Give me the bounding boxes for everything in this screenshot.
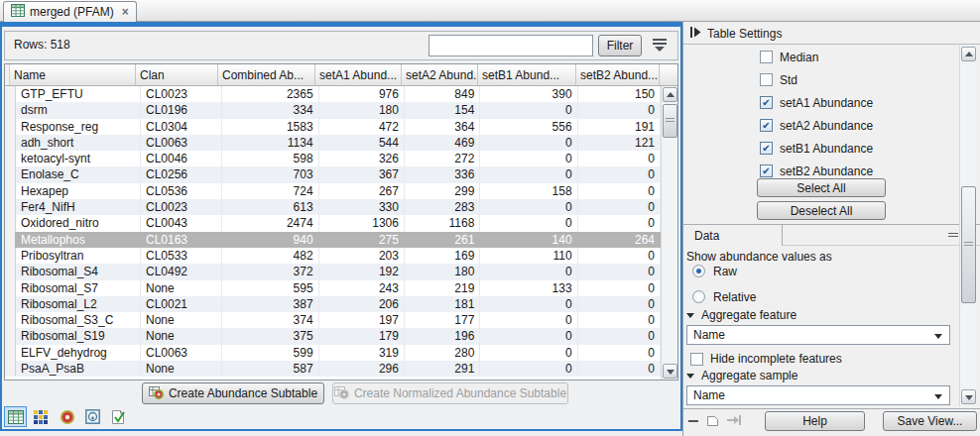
checkbox-label: Std: [780, 73, 797, 87]
table-view-icon[interactable]: [4, 406, 27, 427]
side-panel-title: Table Settings: [707, 27, 782, 41]
table-cell: 1306: [319, 215, 405, 231]
table-cell: Fer4_NifH: [16, 199, 141, 215]
save-view-button[interactable]: Save View...: [883, 411, 977, 431]
table-cell: 0: [480, 361, 577, 377]
radio-relative[interactable]: Relative: [692, 289, 756, 304]
collapse-all-icon[interactable]: [688, 420, 698, 422]
side-panel-scrollbar[interactable]: [959, 46, 976, 406]
create-abundance-subtable-button[interactable]: Create Abundance Subtable: [142, 382, 324, 404]
new-view-settings-icon[interactable]: [706, 413, 719, 429]
table-cell: 372: [222, 264, 318, 279]
scrollbar-thumb[interactable]: [663, 104, 677, 138]
row-gutter: [5, 312, 16, 328]
sunburst-view-icon[interactable]: [56, 406, 78, 427]
table-row[interactable]: Fer4_NifHCL002361333028300: [5, 199, 661, 215]
filter-menu-icon[interactable]: [652, 39, 668, 53]
checkbox-icon[interactable]: ✔: [760, 96, 773, 109]
aggregate-feature-dropdown[interactable]: Name: [686, 325, 950, 345]
scroll-up-icon[interactable]: [961, 47, 976, 61]
row-gutter: [5, 296, 16, 312]
column-toggle-std[interactable]: Std: [760, 68, 873, 91]
dropdown-value: Name: [693, 328, 725, 342]
scroll-up-icon[interactable]: [663, 87, 677, 102]
checkbox-icon[interactable]: ✔: [760, 164, 773, 177]
aggregate-feature-header[interactable]: Aggregate feature: [686, 308, 796, 322]
table-cell: CL0256: [141, 166, 222, 182]
column-header-setb1[interactable]: setB1 Abund...: [478, 64, 576, 85]
dropdown-value: Name: [693, 388, 725, 402]
tab-merged-pfam[interactable]: merged (PFAM) ×: [3, 1, 137, 22]
table-row[interactable]: Response_regCL03041583472364556191: [5, 119, 661, 135]
table-row[interactable]: HexapepCL05367242672991580: [5, 183, 661, 199]
column-header-combined[interactable]: Combined Ab...: [218, 64, 315, 85]
table-row[interactable]: PsaA_PsaBNone58729629100: [5, 361, 661, 377]
table-scrollbar[interactable]: [661, 86, 677, 380]
deselect-all-button[interactable]: Deselect All: [757, 201, 886, 220]
table-cell: 482: [222, 248, 318, 264]
table-row[interactable]: Enolase_CCL025670336733600: [5, 166, 661, 182]
table-cell: 334: [222, 102, 318, 118]
column-header-name[interactable]: Name: [10, 64, 136, 85]
table-cell: Hexapep: [16, 183, 141, 199]
column-header-setb2[interactable]: setB2 Abund...: [576, 64, 660, 85]
table-cell: CL0043: [141, 215, 222, 231]
table-cell: CL0163: [141, 232, 222, 248]
table-row[interactable]: Oxidored_nitroCL004324741306116800: [5, 215, 661, 231]
zoom-view-icon[interactable]: [81, 406, 104, 427]
table-row[interactable]: ELFV_dehydrogCL006359931928000: [5, 345, 661, 361]
table-row[interactable]: MetallophosCL0163940275261140264: [5, 232, 661, 248]
table-row[interactable]: Ribosomal_S4CL049237219218000: [5, 264, 661, 279]
radio-icon[interactable]: [692, 265, 705, 277]
table-cell: 296: [319, 361, 405, 377]
table-row[interactable]: Ribosomal_S7None5952432191330: [5, 280, 661, 296]
radio-icon[interactable]: [692, 290, 705, 303]
scroll-down-icon[interactable]: [663, 364, 677, 379]
checkbox-icon[interactable]: ✔: [760, 142, 773, 155]
column-header-clan[interactable]: Clan: [136, 64, 218, 85]
colored-table-view-icon[interactable]: [30, 406, 53, 427]
column-toggle-seta2-abundance[interactable]: ✔setA2 Abundance: [760, 114, 873, 137]
report-check-view-icon[interactable]: [107, 406, 130, 427]
table-cell: CL0023: [141, 86, 222, 102]
table-row[interactable]: Ribosomal_S19None37517919600: [5, 328, 661, 344]
column-toggle-median[interactable]: Median: [760, 46, 873, 68]
column-toggle-seta1-abundance[interactable]: ✔setA1 Abundance: [760, 91, 873, 114]
table-row[interactable]: Ribosomal_L2CL002138720618100: [5, 296, 661, 312]
table-row[interactable]: PribosyltranCL05334822031691100: [5, 248, 661, 264]
close-icon[interactable]: ×: [122, 5, 129, 19]
table-row[interactable]: dsrmCL019633418015400: [5, 102, 661, 118]
table-row[interactable]: adh_shortCL006311345444690121: [5, 135, 661, 151]
column-header-seta2[interactable]: setA2 Abund...: [402, 64, 478, 85]
table-cell: 0: [480, 328, 577, 344]
table-row[interactable]: Ribosomal_S3_CNone37419717700: [5, 312, 661, 328]
checkbox-icon[interactable]: ✔: [760, 119, 773, 132]
scrollbar-thumb[interactable]: [961, 186, 976, 303]
table-cell: 2474: [222, 215, 318, 231]
filter-input[interactable]: [429, 35, 593, 56]
select-all-button[interactable]: Select All: [757, 178, 886, 197]
filter-button[interactable]: Filter: [598, 35, 642, 56]
checkbox-label: setA1 Abundance: [780, 96, 873, 110]
scroll-down-icon[interactable]: [961, 389, 976, 404]
table-row[interactable]: ketoacyl-syntCL004659832627200: [5, 151, 661, 166]
aggregate-sample-header[interactable]: Aggregate sample: [686, 369, 797, 382]
collapse-section-icon[interactable]: [948, 233, 958, 239]
aggregate-sample-dropdown[interactable]: Name: [686, 385, 950, 405]
row-gutter: [5, 280, 16, 296]
table-cell: 261: [405, 232, 480, 248]
table-cell: Ribosomal_S7: [16, 280, 141, 296]
checkbox-icon[interactable]: [690, 353, 703, 366]
side-panel-header[interactable]: Table Settings: [690, 27, 782, 41]
column-header-seta1[interactable]: setA1 Abund...: [315, 64, 402, 85]
checkbox-icon[interactable]: [760, 51, 773, 63]
hide-incomplete-checkbox-row[interactable]: Hide incomplete features: [690, 352, 842, 366]
data-section-tab[interactable]: Data: [683, 225, 783, 246]
table-cell: None: [141, 328, 222, 344]
checkbox-icon[interactable]: [760, 73, 773, 86]
help-button[interactable]: Help: [765, 411, 865, 431]
table-row[interactable]: GTP_EFTUCL00232365976849390150: [5, 86, 661, 102]
radio-raw[interactable]: Raw: [692, 264, 737, 278]
column-toggle-setb1-abundance[interactable]: ✔setB1 Abundance: [760, 137, 873, 160]
table-cell: 0: [578, 151, 661, 166]
